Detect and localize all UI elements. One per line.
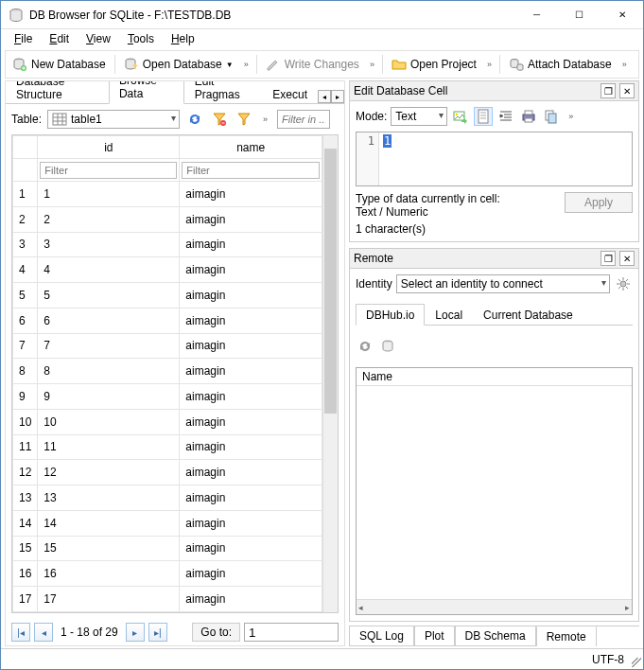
cell-id[interactable]: 13 xyxy=(38,485,180,511)
filter-id-input[interactable] xyxy=(40,162,177,179)
row-header[interactable]: 13 xyxy=(13,485,38,511)
tab-database-structure[interactable]: Database Structure xyxy=(6,80,109,104)
tab-sql-log[interactable]: SQL Log xyxy=(349,626,414,646)
open-project-button[interactable]: Open Project xyxy=(387,54,481,75)
row-header[interactable]: 2 xyxy=(13,206,38,232)
cell-id[interactable]: 17 xyxy=(38,587,180,612)
overflow-icon[interactable]: » xyxy=(240,60,252,69)
remote-col-name[interactable]: Name xyxy=(357,368,632,386)
table-row[interactable]: 33aimagin xyxy=(13,232,322,257)
row-header[interactable]: 3 xyxy=(13,232,38,257)
next-page-button[interactable]: ▸ xyxy=(126,623,145,642)
attach-database-button[interactable]: Attach Database xyxy=(504,54,617,75)
close-button[interactable]: ✕ xyxy=(600,1,643,28)
row-header[interactable]: 5 xyxy=(13,283,38,309)
tab-edit-pragmas[interactable]: Edit Pragmas xyxy=(184,80,263,104)
refresh-button[interactable] xyxy=(185,110,204,129)
maximize-button[interactable]: ☐ xyxy=(558,1,600,28)
tab-db-schema[interactable]: DB Schema xyxy=(455,626,536,646)
table-row[interactable]: 66aimagin xyxy=(13,308,322,333)
cell-id[interactable]: 16 xyxy=(38,561,180,587)
cell-id[interactable]: 3 xyxy=(38,232,180,257)
menu-view[interactable]: View xyxy=(78,30,118,47)
cell-name[interactable]: aimagin xyxy=(180,536,322,561)
tab-browse-data[interactable]: Browse Data xyxy=(109,80,184,104)
row-header[interactable]: 4 xyxy=(13,257,38,283)
minimize-button[interactable]: ─ xyxy=(515,1,558,28)
scrollbar-thumb[interactable] xyxy=(324,149,337,414)
overflow-icon[interactable]: » xyxy=(565,112,577,121)
table-row[interactable]: 88aimagin xyxy=(13,359,322,384)
print-button[interactable] xyxy=(519,107,538,126)
cell-id[interactable]: 9 xyxy=(38,384,180,410)
cell-id[interactable]: 8 xyxy=(38,359,180,384)
remote-list[interactable]: Name ◂▸ xyxy=(356,367,633,615)
cell-id[interactable]: 4 xyxy=(38,257,180,283)
tab-remote[interactable]: Remote xyxy=(536,626,597,647)
overflow-icon[interactable]: » xyxy=(483,60,496,69)
mode-select[interactable]: Text xyxy=(391,107,447,126)
close-panel-button[interactable]: ✕ xyxy=(619,251,635,266)
row-header[interactable]: 11 xyxy=(13,434,38,460)
row-header[interactable]: 8 xyxy=(13,359,38,384)
save-filter-button[interactable] xyxy=(235,110,253,129)
table-row[interactable]: 55aimagin xyxy=(13,283,322,309)
undock-button[interactable]: ❐ xyxy=(600,83,616,98)
cell-editor[interactable]: 1 1 xyxy=(356,132,633,186)
row-header[interactable]: 17 xyxy=(13,587,38,612)
table-row[interactable]: 44aimagin xyxy=(13,257,322,283)
cell-name[interactable]: aimagin xyxy=(180,561,322,587)
table-row[interactable]: 1414aimagin xyxy=(13,510,322,536)
tab-execute-sql[interactable]: Execut xyxy=(262,83,318,104)
cell-name[interactable]: aimagin xyxy=(180,308,322,333)
table-row[interactable]: 1616aimagin xyxy=(13,561,322,587)
new-database-button[interactable]: New Database xyxy=(8,54,111,75)
identity-settings-button[interactable] xyxy=(614,274,633,293)
remote-refresh-button[interactable] xyxy=(356,337,374,356)
cell-id[interactable]: 14 xyxy=(38,510,180,536)
open-database-button[interactable]: Open Database ▼ xyxy=(119,54,238,75)
row-header[interactable]: 16 xyxy=(13,561,38,587)
menu-edit[interactable]: Edit xyxy=(42,30,77,47)
table-select[interactable]: table1 xyxy=(47,110,180,129)
tab-scroll-left-button[interactable]: ◂ xyxy=(318,90,331,103)
cell-name[interactable]: aimagin xyxy=(180,510,322,536)
cell-name[interactable]: aimagin xyxy=(180,333,322,359)
cell-name[interactable]: aimagin xyxy=(180,485,322,511)
row-header[interactable]: 15 xyxy=(13,536,38,561)
editor-content[interactable]: 1 xyxy=(379,132,632,185)
clear-filters-button[interactable] xyxy=(210,110,229,129)
cell-name[interactable]: aimagin xyxy=(180,434,322,460)
overflow-icon[interactable]: » xyxy=(618,60,631,69)
identity-select[interactable]: Select an identity to connect xyxy=(396,274,610,293)
menu-file[interactable]: File xyxy=(7,30,40,47)
text-mode-button[interactable] xyxy=(474,107,493,126)
cell-name[interactable]: aimagin xyxy=(180,409,322,434)
row-header[interactable]: 9 xyxy=(13,384,38,410)
table-row[interactable]: 1010aimagin xyxy=(13,409,322,434)
table-row[interactable]: 11aimagin xyxy=(13,182,322,207)
data-grid[interactable]: id name 11aimagin22aimagin33aimagin44aim… xyxy=(12,135,322,612)
row-header[interactable]: 1 xyxy=(13,182,38,207)
tab-current-database[interactable]: Current Database xyxy=(473,304,583,326)
tab-plot[interactable]: Plot xyxy=(414,626,455,646)
table-row[interactable]: 99aimagin xyxy=(13,384,322,410)
table-row[interactable]: 1111aimagin xyxy=(13,434,322,460)
table-row[interactable]: 77aimagin xyxy=(13,333,322,359)
cell-name[interactable]: aimagin xyxy=(180,206,322,232)
tab-local[interactable]: Local xyxy=(425,304,473,326)
table-row[interactable]: 1515aimagin xyxy=(13,536,322,561)
cell-id[interactable]: 10 xyxy=(38,409,180,434)
cell-id[interactable]: 6 xyxy=(38,308,180,333)
table-row[interactable]: 22aimagin xyxy=(13,206,322,232)
row-header[interactable]: 6 xyxy=(13,308,38,333)
cell-name[interactable]: aimagin xyxy=(180,384,322,410)
goto-input[interactable] xyxy=(244,623,339,642)
cell-name[interactable]: aimagin xyxy=(180,257,322,283)
table-row[interactable]: 1313aimagin xyxy=(13,485,322,511)
overflow-icon[interactable]: » xyxy=(366,60,378,69)
row-header[interactable]: 14 xyxy=(13,510,38,536)
cell-name[interactable]: aimagin xyxy=(180,359,322,384)
row-header[interactable]: 12 xyxy=(13,460,38,485)
cell-name[interactable]: aimagin xyxy=(180,182,322,207)
